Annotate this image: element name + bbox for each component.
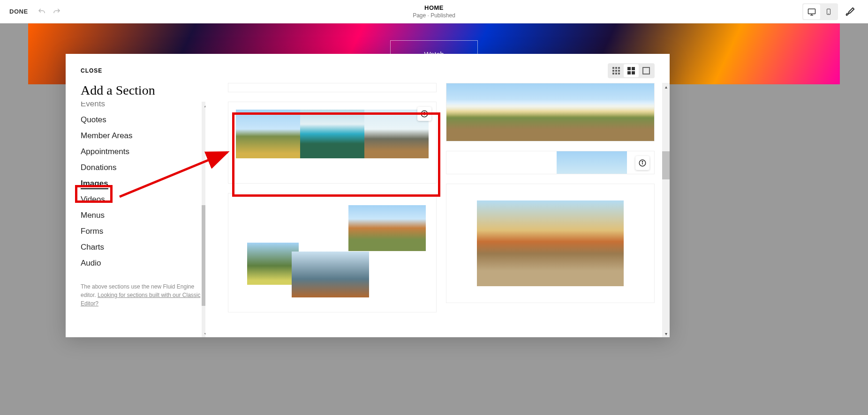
gallery-scroll-thumb[interactable] (662, 151, 670, 179)
paintbrush-icon (845, 7, 855, 17)
svg-rect-3 (612, 67, 614, 69)
editor-top-bar: DONE HOME Page · Published (0, 0, 868, 23)
layout-thumb-image (557, 151, 627, 174)
sidebar-scroll-thumb[interactable] (202, 205, 205, 306)
layout-thumb-image (236, 110, 300, 158)
svg-rect-15 (632, 71, 635, 74)
sidebar-footer-note: The above sections use the new Fluid Eng… (81, 282, 203, 308)
mobile-icon (825, 7, 832, 16)
svg-rect-8 (618, 70, 620, 72)
section-layout-single-image[interactable] (446, 184, 655, 303)
svg-rect-13 (632, 67, 635, 70)
top-right-controls (802, 3, 859, 20)
svg-rect-9 (612, 73, 614, 74)
top-left-controls: DONE (9, 7, 61, 16)
layout-thumb-image (300, 110, 364, 158)
layout-thumb-image (292, 252, 369, 297)
svg-point-22 (642, 161, 643, 162)
category-events[interactable]: Events (81, 102, 205, 112)
device-switcher (802, 3, 838, 20)
category-donations[interactable]: Donations (81, 160, 205, 176)
category-charts[interactable]: Charts (81, 239, 205, 255)
gallery-scrollbar[interactable]: ▴ ▾ (662, 83, 670, 337)
category-list[interactable]: Events Quotes Member Areas Appointments … (81, 102, 205, 337)
redo-icon[interactable] (53, 7, 61, 16)
svg-rect-6 (612, 70, 614, 72)
svg-rect-7 (615, 70, 617, 72)
section-layout-full-banner[interactable] (446, 83, 655, 141)
category-images[interactable]: Images (81, 176, 108, 192)
svg-rect-16 (643, 67, 649, 74)
scroll-arrow-up-icon[interactable]: ▴ (202, 102, 205, 109)
scroll-arrow-up-icon[interactable]: ▴ (662, 83, 670, 90)
undo-icon[interactable] (38, 7, 46, 16)
svg-rect-10 (615, 73, 617, 74)
scroll-arrow-down-icon[interactable]: ▾ (662, 330, 670, 337)
mobile-view-button[interactable] (820, 4, 837, 19)
layout-thumb-image (477, 200, 624, 286)
info-icon (638, 159, 647, 167)
modal-sidebar: Add a Section Events Quotes Member Areas… (66, 83, 220, 337)
svg-point-19 (424, 112, 425, 113)
svg-rect-0 (808, 9, 815, 14)
desktop-icon (808, 7, 816, 16)
grid-small-view-button[interactable] (609, 64, 624, 77)
layout-view-switcher (608, 63, 655, 78)
history-buttons (38, 7, 61, 16)
section-layout-partial-top-left[interactable] (228, 83, 437, 92)
svg-rect-11 (618, 73, 620, 74)
layout-thumb-image (446, 83, 654, 141)
sidebar-scroll-track[interactable] (202, 109, 205, 330)
page-title: HOME (413, 4, 455, 11)
section-layout-text-image[interactable] (446, 151, 655, 174)
grid-large-icon (627, 67, 635, 74)
category-audio[interactable]: Audio (81, 255, 205, 271)
category-quotes[interactable]: Quotes (81, 112, 205, 128)
section-layout-gallery: ▴ ▾ (220, 83, 670, 337)
page-subtitle: Page · Published (413, 12, 455, 19)
grid-small-icon (612, 67, 620, 74)
category-appointments[interactable]: Appointments (81, 144, 205, 160)
grid-large-view-button[interactable] (624, 64, 639, 77)
sidebar-scrollbar[interactable]: ▴ ▾ (202, 102, 205, 337)
layout-thumb-image (348, 205, 426, 251)
info-button[interactable] (417, 107, 431, 121)
svg-rect-4 (615, 67, 617, 69)
done-button[interactable]: DONE (9, 8, 28, 15)
svg-rect-14 (627, 71, 631, 74)
layout-thumb-image (247, 243, 299, 285)
section-layout-image-strip[interactable] (228, 102, 437, 184)
modal-title: Add a Section (81, 83, 205, 98)
info-icon (420, 110, 429, 118)
svg-rect-12 (627, 67, 631, 70)
square-icon (642, 67, 650, 74)
close-button[interactable]: CLOSE (81, 67, 102, 74)
info-button[interactable] (635, 156, 649, 170)
desktop-view-button[interactable] (803, 4, 820, 19)
single-view-button[interactable] (639, 64, 654, 77)
category-videos[interactable]: Videos (81, 192, 205, 208)
classic-editor-link[interactable]: Looking for sections built with our Clas… (81, 292, 200, 307)
category-forms[interactable]: Forms (81, 223, 205, 239)
gallery-scroll-track[interactable] (662, 90, 670, 330)
page-title-group: HOME Page · Published (413, 4, 455, 19)
add-section-modal: CLOSE Add a Section Events Quotes Member… (66, 54, 670, 337)
scroll-arrow-down-icon[interactable]: ▾ (202, 330, 205, 337)
category-member-areas[interactable]: Member Areas (81, 128, 205, 144)
styles-button[interactable] (842, 3, 859, 20)
svg-rect-5 (618, 67, 620, 69)
category-menus[interactable]: Menus (81, 208, 205, 223)
section-layout-collage[interactable] (228, 193, 437, 312)
